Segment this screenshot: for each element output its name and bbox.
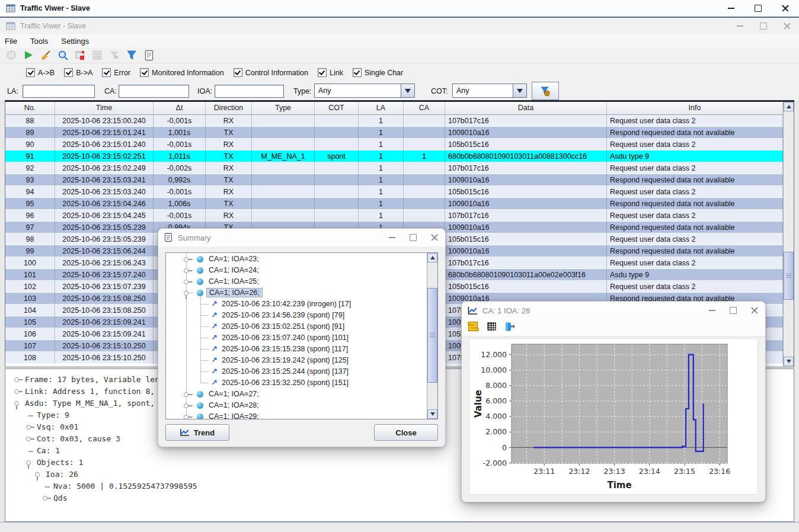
type-select[interactable]: Any	[314, 84, 415, 98]
tree-collapsed-handle-icon[interactable]	[184, 280, 188, 284]
report-icon[interactable]	[142, 49, 155, 62]
table-scrollbar-thumb[interactable]	[784, 252, 794, 300]
apply-filter-button[interactable]	[532, 82, 559, 100]
table-row-90[interactable]: 902025-10-06 23:15:01.240-0,001sRX1105b0…	[5, 139, 783, 150]
checkbox-box-icon[interactable]	[26, 68, 35, 77]
summary-node[interactable]: CA=1; IOA=28;	[166, 400, 427, 411]
menu-tools[interactable]: Tools	[30, 37, 55, 46]
tree-collapsed-handle-icon[interactable]	[43, 496, 47, 501]
summary-event[interactable]: ↗2025-10-06 23:15:02.251 (spont) [91]	[166, 321, 427, 332]
column-header[interactable]: No.	[5, 102, 55, 114]
tree-expanded-handle-icon[interactable]	[35, 472, 40, 477]
cot-select-arrow-icon[interactable]	[513, 84, 526, 97]
close-button-summary[interactable]: Close	[374, 424, 438, 441]
scroll-up-button[interactable]	[784, 102, 794, 111]
table-row-91[interactable]: 912025-10-06 23:15:02.2511,011sTXM_ME_NA…	[5, 150, 783, 162]
summary-node[interactable]: CA=1; IOA=29;	[166, 411, 427, 419]
summary-node-label[interactable]: CA=1; IOA=24;	[206, 266, 261, 274]
tree-collapsed-handle-icon[interactable]	[26, 425, 31, 430]
column-header[interactable]: Direction	[206, 102, 252, 114]
checkbox-box-icon[interactable]	[140, 68, 149, 77]
summary-close-icon[interactable]	[424, 229, 445, 246]
column-header[interactable]: Δt	[154, 102, 206, 114]
summary-event-label[interactable]: 2025-10-06 23:15:15.238 (spont) [117]	[219, 345, 350, 353]
inner-minimize-button[interactable]	[728, 18, 752, 34]
summary-minimize-button[interactable]	[381, 229, 402, 246]
tree-collapsed-handle-icon[interactable]	[184, 415, 188, 419]
summary-event[interactable]: ↗2025-10-06 23:15:15.238 (spont) [117]	[166, 344, 427, 355]
summary-event-label[interactable]: 2025-10-06 23:10:42.239 (inrogen) [17]	[219, 300, 353, 308]
summary-scroll-down[interactable]	[427, 409, 437, 419]
menu-settings[interactable]: Settings	[61, 37, 96, 46]
summary-event-label[interactable]: 2025-10-06 23:15:02.251 (spont) [91]	[219, 322, 347, 331]
ca-input[interactable]	[119, 85, 189, 98]
tree-collapsed-handle-icon[interactable]	[26, 437, 31, 441]
summary-event-label[interactable]: 2025-10-06 23:15:25.244 (spont) [137]	[219, 367, 351, 376]
summary-event[interactable]: ↗2025-10-06 23:15:32.250 (spont) [151]	[166, 377, 427, 389]
column-header[interactable]: Time	[55, 102, 154, 114]
summary-event[interactable]: ↗2025-10-06 23:14:56.239 (spont) [79]	[166, 310, 427, 321]
summary-node-label[interactable]: CA=1; IOA=28;	[206, 401, 261, 409]
summary-event-label[interactable]: 2025-10-06 23:15:07.240 (spont) [101]	[219, 334, 351, 342]
checkbox-box-icon[interactable]	[353, 68, 362, 77]
la-input[interactable]	[23, 85, 95, 98]
summary-node[interactable]: CA=1; IOA=23;	[166, 254, 427, 265]
table-row-95[interactable]: 952025-10-06 23:15:04.2461,006sTX1100901…	[5, 198, 783, 210]
checkbox-a-b[interactable]: A->B	[26, 68, 55, 77]
summary-event-label[interactable]: 2025-10-06 23:15:19.242 (spont) [125]	[219, 356, 351, 364]
ioa-input[interactable]	[215, 85, 284, 98]
tree-collapsed-handle-icon[interactable]	[184, 268, 188, 273]
panel-record-icon[interactable]	[73, 49, 87, 62]
tree-collapsed-handle-icon[interactable]	[184, 392, 188, 397]
summary-node-label[interactable]: CA=1; IOA=25;	[206, 277, 261, 286]
trend-maximize-button[interactable]	[723, 302, 744, 319]
summary-node[interactable]: CA=1; IOA=25;	[166, 276, 427, 287]
summary-node-label[interactable]: CA=1; IOA=27;	[206, 390, 261, 398]
trend-minimize-button[interactable]	[701, 302, 723, 319]
scroll-down-button[interactable]	[784, 357, 794, 366]
trend-button[interactable]: Trend	[165, 424, 229, 441]
summary-node[interactable]: CA=1; IOA=24;	[166, 265, 427, 276]
summary-event-label[interactable]: 2025-10-06 23:14:56.239 (spont) [79]	[219, 311, 347, 319]
summary-event[interactable]: ↗2025-10-06 23:15:25.244 (spont) [137]	[166, 366, 427, 377]
checkbox-link[interactable]: Link	[318, 68, 343, 77]
minimize-button[interactable]	[717, 0, 744, 17]
table-row-94[interactable]: 942025-10-06 23:15:03.240-0,001sRX1105b0…	[5, 186, 783, 198]
checkbox-error[interactable]: Error	[102, 68, 130, 77]
table-row-93[interactable]: 932025-10-06 23:15:03.2410,992sTX1100901…	[5, 174, 783, 186]
summary-maximize-button[interactable]	[402, 229, 424, 246]
summary-scrollbar-thumb[interactable]	[427, 288, 437, 383]
column-header[interactable]: LA	[359, 102, 404, 114]
checkbox-control-information[interactable]: Control Information	[234, 68, 308, 77]
table-row-96[interactable]: 962025-10-06 23:15:04.245-0,001sRX1107b0…	[5, 210, 783, 222]
tree-collapsed-handle-icon[interactable]	[184, 257, 188, 262]
tree-expanded-handle-icon[interactable]	[14, 401, 19, 406]
tree-collapsed-handle-icon[interactable]	[14, 377, 19, 382]
checkbox-box-icon[interactable]	[64, 68, 73, 77]
column-header[interactable]: Type	[252, 102, 315, 114]
summary-node-label[interactable]: CA=1; IOA=29;	[206, 412, 261, 419]
menu-file[interactable]: File	[5, 37, 24, 46]
cot-select[interactable]: Any	[452, 84, 527, 98]
summary-node[interactable]: CA=1; IOA=27;	[166, 389, 427, 400]
summary-event[interactable]: ↗2025-10-06 23:15:19.242 (spont) [125]	[166, 355, 427, 366]
checkbox-monitored-information[interactable]: Monitored Information	[140, 68, 224, 77]
play-icon[interactable]	[22, 49, 35, 62]
tree-expanded-handle-icon[interactable]	[184, 291, 188, 296]
close-button[interactable]	[772, 0, 799, 17]
summary-node[interactable]: CA=1; IOA=26;	[166, 287, 427, 299]
filter-icon[interactable]	[125, 49, 138, 62]
table-row-88[interactable]: 882025-10-06 23:15:00.240-0,001sRX1107b0…	[5, 115, 783, 127]
summary-event[interactable]: ↗2025-10-06 23:10:42.239 (inrogen) [17]	[166, 299, 427, 310]
summary-event-label[interactable]: 2025-10-06 23:15:32.250 (spont) [151]	[219, 379, 351, 387]
tree-collapsed-handle-icon[interactable]	[184, 403, 188, 408]
summary-node-label[interactable]: CA=1; IOA=23;	[206, 255, 261, 263]
type-select-arrow-icon[interactable]	[401, 84, 414, 97]
table-row-92[interactable]: 922025-10-06 23:15:02.249-0,002sRX1107b0…	[5, 162, 783, 174]
tree-collapsed-handle-icon[interactable]	[14, 389, 19, 394]
search-icon[interactable]	[56, 49, 69, 62]
pause-icon[interactable]	[5, 49, 18, 62]
column-header[interactable]: Info	[607, 102, 783, 114]
table-scrollbar[interactable]	[783, 102, 794, 366]
trend-close-icon[interactable]	[744, 302, 765, 319]
